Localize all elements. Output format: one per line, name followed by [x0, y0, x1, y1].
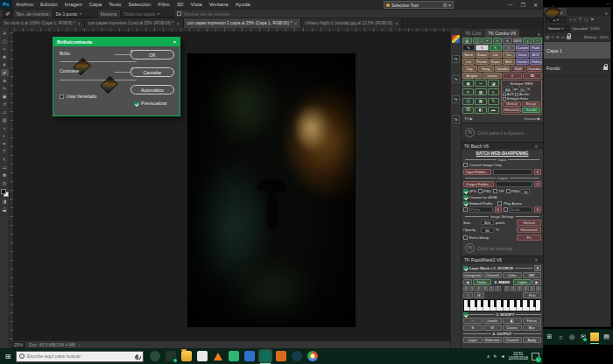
menu-item[interactable]: Edición [37, 0, 61, 9]
combo-button[interactable]: ✎ [462, 45, 475, 51]
combo-button[interactable]: Luz [462, 59, 475, 65]
web-size-field[interactable]: 800 [503, 87, 513, 92]
document-tab[interactable]: Urbano Night 1 (subida).jpg al 12,5% (RG… [301, 18, 402, 28]
minimize-button[interactable]: — [508, 2, 513, 7]
tool-button[interactable]: ▣ [1, 93, 9, 100]
vertical-button[interactable]: Vertical [517, 220, 541, 226]
filter-icon[interactable]: ▪ [570, 18, 572, 22]
modify-button[interactable]: B [463, 325, 483, 331]
zone-button[interactable]: 1 [504, 286, 510, 291]
screen-mode-button[interactable]: ⬓ [1, 206, 9, 213]
tool-button[interactable]: ↺ [1, 101, 9, 108]
luminosity-piano[interactable] [463, 299, 541, 312]
tk-panel-icon[interactable]: Tk [452, 75, 460, 83]
document-tab[interactable]: con capas impresion 2 copia al 25% (Capa… [184, 18, 302, 28]
convert-srgb-checkbox[interactable] [463, 195, 468, 200]
layer-op-button[interactable]: ◧ [475, 107, 486, 114]
zone-button[interactable]: 2 [511, 286, 516, 291]
panel-menu-icon[interactable]: ≡ [535, 32, 543, 37]
ok-button[interactable]: OK [130, 50, 174, 60]
extra-sharpen-checkbox[interactable] [503, 97, 506, 101]
sample-size-dropdown[interactable]: De 1 punto ▾ [53, 10, 98, 18]
combo-button[interactable]: Lienzo [483, 73, 502, 79]
ruler-left[interactable] [10, 32, 14, 340]
prefix-checkbox[interactable] [463, 207, 468, 212]
taskbar-icon[interactable]: ○ [557, 332, 565, 342]
tool-button[interactable]: ✎ [1, 85, 9, 92]
combo-button[interactable]: « [483, 38, 492, 44]
lock-all-icon[interactable] [567, 36, 571, 39]
tab-tk-combo[interactable]: TK Combo V6 [485, 29, 519, 37]
menu-item[interactable]: Texto [105, 0, 124, 9]
taskbar-icon[interactable]: ✉ [580, 332, 588, 342]
auto-button[interactable]: Automático [130, 85, 174, 94]
layer-op-button[interactable]: ≡ [462, 88, 474, 95]
action-checkbox[interactable] [515, 93, 518, 96]
opacity-value[interactable]: 100% [590, 26, 600, 31]
format-checkbox[interactable] [463, 189, 468, 193]
panel-menu-icon[interactable]: ≡ [602, 10, 610, 16]
close-icon[interactable]: × [448, 3, 451, 8]
panel-menu-icon[interactable]: ≡ [532, 144, 540, 149]
tk-panel-icon[interactable]: Tk [452, 95, 460, 103]
lock-option-icon[interactable]: ✐ [551, 35, 554, 39]
show-sample-ring-checkbox[interactable] [177, 11, 181, 16]
zone-button[interactable]: 3 [517, 286, 522, 291]
ruler-top[interactable] [14, 28, 450, 32]
filter-icon[interactable]: ▢ [584, 18, 588, 22]
batch-settings-bar[interactable]: TK Click for settings [463, 242, 541, 255]
modify-button[interactable]: W [483, 325, 503, 331]
minimize-icon[interactable]: ⊡ [443, 3, 447, 8]
format-checkbox[interactable] [478, 189, 483, 193]
cancel-button[interactable]: Cancelar [130, 67, 174, 77]
taskbar-icon[interactable] [590, 332, 599, 341]
suffix-checkbox[interactable] [504, 207, 508, 212]
clear-output-button[interactable]: X [534, 181, 541, 187]
info-button[interactable]: I [463, 292, 473, 298]
go-to-adjustments-bar[interactable]: TK Click para ir a Ajustes [462, 122, 543, 142]
menu-item[interactable]: Capa [86, 0, 105, 9]
tk-panel-icon[interactable]: Tk [452, 116, 460, 123]
vertical-button[interactable]: Vertical [503, 102, 521, 107]
menu-item[interactable]: Imagen [61, 0, 86, 9]
tool-button[interactable]: ↖ [1, 156, 9, 163]
combo-button[interactable]: Dup. [462, 66, 477, 72]
fit-button[interactable]: Fit [517, 234, 541, 241]
fit-button[interactable]: Encaje [522, 102, 540, 107]
taskbar-app-icon[interactable] [244, 351, 255, 361]
source-clear-button[interactable]: X [534, 265, 541, 271]
microphone-icon[interactable] [136, 354, 138, 359]
taskbar-app-icon[interactable] [166, 351, 176, 361]
zone-button[interactable]: 6 [536, 286, 541, 291]
taskbar-icon[interactable]: ◎ [568, 332, 576, 342]
clock[interactable]: 23:51 10/05/2018 [508, 352, 528, 360]
zone-button[interactable]: 1 [495, 286, 500, 291]
combo-button[interactable]: + [523, 38, 532, 44]
use-legacy-checkbox[interactable] [60, 94, 64, 99]
combo-button[interactable]: Desat [516, 52, 528, 58]
layer-op-button[interactable]: ▦ [475, 88, 486, 95]
combo-button[interactable]: Fade [530, 45, 542, 51]
source-button[interactable]: Color [503, 272, 522, 278]
combo-button[interactable]: Norm [462, 52, 475, 58]
tool-button[interactable]: ◎ [1, 179, 9, 186]
format-checkbox[interactable] [506, 189, 511, 193]
menu-item[interactable]: Vista [187, 0, 205, 9]
tool-button[interactable]: ✐ [1, 69, 9, 76]
close-icon[interactable]: × [173, 39, 176, 45]
fill-value[interactable]: 100% [599, 35, 609, 39]
taskbar-app-icon[interactable] [181, 351, 192, 361]
search-box[interactable] [16, 351, 144, 362]
taskbar-app-icon[interactable] [229, 351, 239, 361]
modify-button[interactable]: − [463, 318, 483, 324]
jpg-quality-field[interactable]: 10 [521, 189, 530, 194]
tool-button[interactable]: ◒ [1, 124, 9, 131]
combo-button[interactable]: ▢ [473, 38, 483, 44]
extra-sharp-checkbox[interactable] [463, 235, 468, 240]
combo-button[interactable]: » [493, 38, 503, 44]
combo-button[interactable]: − [533, 38, 543, 44]
combo-button[interactable]: n Selecc [530, 59, 542, 65]
menu-item[interactable]: Archivo [12, 0, 37, 9]
combo-button[interactable]: Acoplar [462, 73, 482, 79]
zone-button[interactable]: 4 [476, 286, 482, 291]
